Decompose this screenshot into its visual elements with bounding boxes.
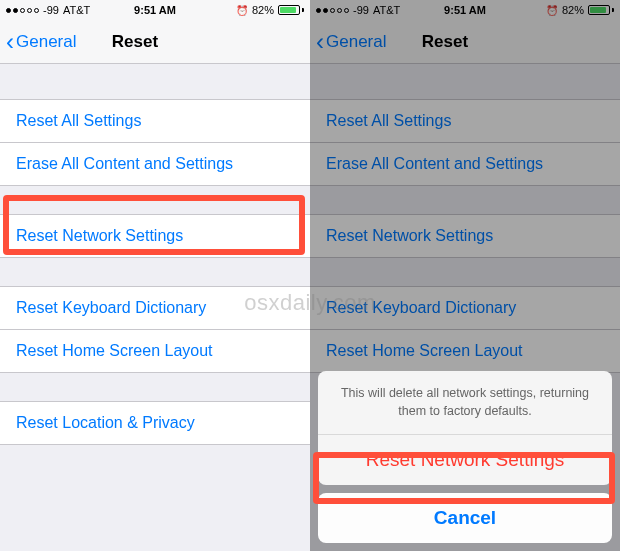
battery-icon (588, 5, 614, 15)
status-bar: -99 AT&T 9:51 AM ⏰ 82% (0, 0, 310, 20)
status-time: 9:51 AM (310, 4, 620, 16)
row-reset-all[interactable]: Reset All Settings (310, 99, 620, 143)
row-reset-network[interactable]: Reset Network Settings (310, 214, 620, 258)
row-reset-network[interactable]: Reset Network Settings (0, 214, 310, 258)
left-screenshot: -99 AT&T 9:51 AM ⏰ 82% ‹ General Reset R… (0, 0, 310, 551)
row-reset-home[interactable]: Reset Home Screen Layout (310, 330, 620, 373)
nav-bar: ‹ General Reset (0, 20, 310, 64)
row-reset-all[interactable]: Reset All Settings (0, 99, 310, 143)
row-reset-keyboard[interactable]: Reset Keyboard Dictionary (0, 286, 310, 330)
back-button[interactable]: ‹ General (0, 30, 76, 54)
row-reset-keyboard[interactable]: Reset Keyboard Dictionary (310, 286, 620, 330)
back-label: General (326, 32, 386, 52)
battery-percent: 82% (562, 4, 584, 16)
row-erase-all[interactable]: Erase All Content and Settings (0, 143, 310, 186)
status-time: 9:51 AM (0, 4, 310, 16)
row-reset-home[interactable]: Reset Home Screen Layout (0, 330, 310, 373)
signal-strength: -99 (353, 4, 369, 16)
status-bar: -99 AT&T 9:51 AM ⏰ 82% (310, 0, 620, 20)
chevron-left-icon: ‹ (316, 30, 324, 54)
page-title: Reset (310, 32, 620, 52)
row-erase-all[interactable]: Erase All Content and Settings (310, 143, 620, 186)
nav-bar: ‹ General Reset (310, 20, 620, 64)
signal-icon (316, 8, 349, 13)
back-label: General (16, 32, 76, 52)
alarm-icon: ⏰ (546, 5, 558, 16)
sheet-destructive-button[interactable]: Reset Network Settings (318, 435, 612, 485)
chevron-left-icon: ‹ (6, 30, 14, 54)
sheet-message: This will delete all network settings, r… (318, 371, 612, 435)
right-screenshot: -99 AT&T 9:51 AM ⏰ 82% ‹ General Reset R… (310, 0, 620, 551)
carrier-name: AT&T (373, 4, 400, 16)
sheet-cancel-button[interactable]: Cancel (318, 493, 612, 543)
row-reset-location[interactable]: Reset Location & Privacy (0, 401, 310, 445)
back-button[interactable]: ‹ General (310, 30, 386, 54)
action-sheet: This will delete all network settings, r… (318, 371, 612, 543)
